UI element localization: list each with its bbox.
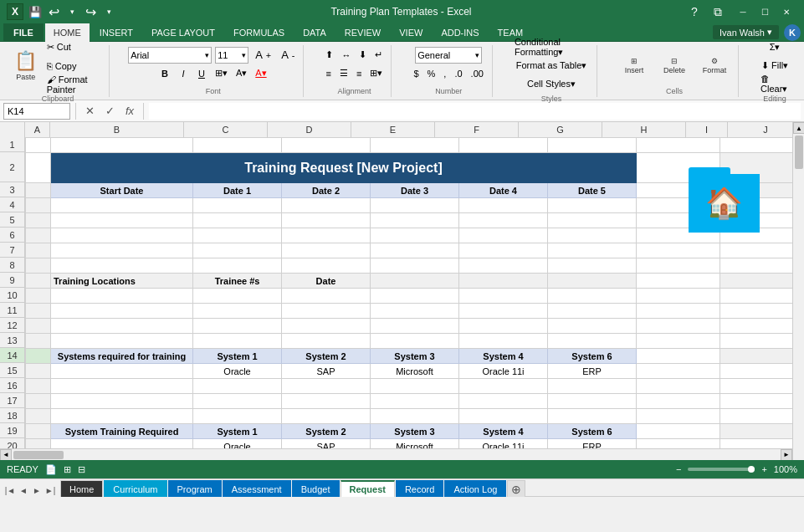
row-num-6[interactable]: 6 xyxy=(0,228,24,243)
comma-btn[interactable]: , xyxy=(440,65,449,82)
cell-f14[interactable]: System 4 xyxy=(459,349,548,364)
row-num-7[interactable]: 7 xyxy=(0,243,24,258)
cell-g19[interactable]: System 6 xyxy=(547,424,636,439)
cell-g1[interactable] xyxy=(547,138,636,153)
maximize-btn[interactable]: ☐ xyxy=(754,4,776,19)
add-sheet-btn[interactable]: ⊕ xyxy=(507,480,525,497)
close-btn[interactable]: ✕ xyxy=(776,4,797,19)
cell-c4[interactable] xyxy=(193,198,282,213)
sheet-nav-prev[interactable]: ◄ xyxy=(17,483,30,497)
copy-btn[interactable]: ⎘ Copy xyxy=(44,58,105,74)
row-num-9[interactable]: 9 xyxy=(0,273,24,288)
user-menu-btn[interactable]: Ivan Walsh ▾ xyxy=(713,25,779,39)
help-btn[interactable]: ? xyxy=(685,3,704,21)
redo-quick-btn[interactable]: ↪ xyxy=(82,3,99,20)
cell-c15[interactable]: Oracle xyxy=(193,364,282,379)
decrease-font-btn[interactable]: A- xyxy=(278,47,298,64)
row-num-13[interactable]: 13 xyxy=(0,333,24,348)
cell-g15[interactable]: ERP xyxy=(547,364,636,379)
cell-f9[interactable] xyxy=(459,274,548,289)
undo-quick-btn[interactable]: ↩ xyxy=(45,3,62,20)
align-center-btn[interactable]: ☰ xyxy=(336,65,351,82)
cell-h1[interactable] xyxy=(637,138,720,153)
cancel-formula-btn[interactable]: ✕ xyxy=(81,103,98,120)
row-num-14[interactable]: 14 xyxy=(0,348,24,363)
cell-a1[interactable] xyxy=(26,138,51,153)
cell-rest-1[interactable] xyxy=(720,138,804,153)
cell-e15[interactable]: Microsoft xyxy=(371,364,459,379)
cut-btn[interactable]: ✂ Cut xyxy=(44,39,105,56)
sheet-tab-curriculum[interactable]: Curriculum xyxy=(104,480,166,497)
sheet-tab-home[interactable]: Home xyxy=(60,480,103,497)
cell-f3[interactable]: Date 4 xyxy=(459,183,548,198)
zoom-slider[interactable] xyxy=(688,468,755,471)
cell-d9[interactable]: Date xyxy=(282,274,371,289)
align-left-btn[interactable]: ≡ xyxy=(323,65,335,82)
sheet-tab-request[interactable]: Request xyxy=(341,480,395,497)
insert-cells-btn[interactable]: ⊞Insert xyxy=(616,47,653,85)
scroll-thumb-v[interactable] xyxy=(795,136,803,169)
col-header-b[interactable]: B xyxy=(50,122,184,137)
paste-btn[interactable]: 📋 Paste xyxy=(12,47,40,85)
decimal-decrease-btn[interactable]: .00 xyxy=(468,65,487,82)
cell-d3[interactable]: Date 2 xyxy=(282,183,371,198)
cell-b1[interactable] xyxy=(51,138,193,153)
cell-e4[interactable] xyxy=(371,198,459,213)
align-top-btn[interactable]: ⬆ xyxy=(322,47,336,64)
cell-f1[interactable] xyxy=(459,138,548,153)
sheet-tab-program[interactable]: Program xyxy=(168,480,222,497)
cell-g3[interactable]: Date 5 xyxy=(547,183,636,198)
clear-btn[interactable]: 🗑 Clear▾ xyxy=(757,76,792,93)
cell-c9[interactable]: Trainee #s xyxy=(193,274,282,289)
tab-add-ins[interactable]: ADD-INS xyxy=(433,23,487,42)
row-num-17[interactable]: 17 xyxy=(0,393,24,408)
format-painter-btn[interactable]: 🖌 Format Painter xyxy=(44,76,105,93)
cell-b9[interactable]: Training Locations xyxy=(51,274,193,289)
row-num-16[interactable]: 16 xyxy=(0,378,24,393)
cell-d15[interactable]: SAP xyxy=(282,364,371,379)
name-box[interactable]: K14 xyxy=(3,103,70,120)
wrap-text-btn[interactable]: ↵ xyxy=(371,47,386,64)
scroll-thumb-h[interactable] xyxy=(13,451,64,459)
number-format-selector[interactable]: General▾ xyxy=(415,47,482,64)
font-size-selector[interactable]: 11▾ xyxy=(215,47,248,64)
cell-g4[interactable] xyxy=(547,198,636,213)
cell-e1[interactable] xyxy=(371,138,459,153)
cell-c14[interactable]: System 1 xyxy=(193,349,282,364)
row-num-4[interactable]: 4 xyxy=(0,197,24,212)
row-num-15[interactable]: 15 xyxy=(0,363,24,378)
col-header-f[interactable]: F xyxy=(435,122,519,137)
delete-cells-btn[interactable]: ⊟Delete xyxy=(656,47,693,85)
merge-cells-btn[interactable]: ⊞▾ xyxy=(366,65,386,82)
align-bottom-btn[interactable]: ⬇ xyxy=(356,47,370,64)
cell-c3[interactable]: Date 1 xyxy=(193,183,282,198)
cell-e19[interactable]: System 3 xyxy=(371,424,459,439)
scroll-right-btn[interactable]: ► xyxy=(781,449,792,461)
save-quick-btn[interactable]: 💾 xyxy=(27,3,44,20)
sheet-tab-action-log[interactable]: Action Log xyxy=(444,480,506,497)
tab-page-layout[interactable]: PAGE LAYOUT xyxy=(143,23,223,42)
confirm-formula-btn[interactable]: ✓ xyxy=(101,103,118,120)
redo-dropdown-btn[interactable]: ▾ xyxy=(100,3,117,20)
undo-dropdown-btn[interactable]: ▾ xyxy=(64,3,80,20)
row-num-5[interactable]: 5 xyxy=(0,212,24,228)
sheet-tab-budget[interactable]: Budget xyxy=(292,480,340,497)
col-header-h[interactable]: H xyxy=(602,122,686,137)
layout-view-icon[interactable]: ⊞ xyxy=(64,464,71,475)
cell-a2[interactable] xyxy=(26,153,51,183)
row-num-18[interactable]: 18 xyxy=(0,408,24,423)
horizontal-scrollbar[interactable]: ◄ ► xyxy=(0,448,792,460)
autosum-btn[interactable]: Σ▾ xyxy=(766,39,784,56)
scroll-up-btn[interactable]: ▲ xyxy=(793,122,804,134)
align-middle-btn[interactable]: ↔ xyxy=(338,47,354,64)
font-name-selector[interactable]: Arial▾ xyxy=(128,47,212,64)
col-header-i[interactable]: I xyxy=(686,122,728,137)
cell-g9[interactable] xyxy=(547,274,636,289)
col-header-c[interactable]: C xyxy=(184,122,268,137)
row-num-8[interactable]: 8 xyxy=(0,258,24,273)
currency-btn[interactable]: $ xyxy=(410,65,422,82)
scroll-left-btn[interactable]: ◄ xyxy=(0,449,12,461)
vertical-scrollbar[interactable]: ▲ ▼ xyxy=(792,122,804,497)
cell-c1[interactable] xyxy=(193,138,282,153)
row-num-11[interactable]: 11 xyxy=(0,303,24,318)
